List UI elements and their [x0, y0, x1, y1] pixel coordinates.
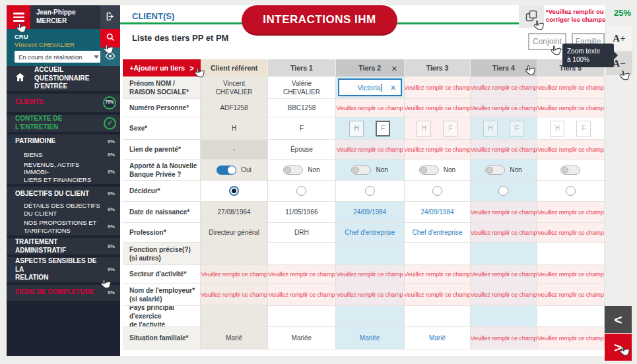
cell-profession-tiers2[interactable]: Chef d'entreprise: [336, 223, 405, 243]
cell-numero-tiers1[interactable]: BBC1258: [268, 99, 335, 117]
column-header-tiers1[interactable]: Tiers 1: [268, 59, 335, 76]
sidebar-item-traitement[interactable]: TRAITEMENT ADMINISTRATIF0%: [7, 238, 120, 255]
cell-naissance-tiers2[interactable]: 24/09/1984: [336, 202, 405, 223]
cell-sexe-tiers2[interactable]: HF: [336, 117, 405, 140]
cell-lien-referent[interactable]: -: [201, 140, 268, 160]
cell-decideur-tiers4[interactable]: [471, 181, 537, 202]
cell-employeur-tiers2[interactable]: Veuillez remplir ce champ: [336, 284, 405, 306]
cell-prenom-tiers1[interactable]: Valérie CHEVALIER: [268, 76, 335, 99]
cell-apporte-tiers3[interactable]: Non: [405, 160, 471, 181]
cell-employeur-tiers4[interactable]: Veuillez remplir ce champ: [471, 284, 537, 306]
duplicate-button[interactable]: [519, 5, 544, 28]
sidebar-item-accueil[interactable]: ACCUEIL QUESTIONNAIRE D'ENTRÉE: [7, 66, 120, 91]
next-page-button[interactable]: >: [605, 334, 632, 361]
cell-profession-referent[interactable]: Directeur général: [201, 223, 268, 243]
menu-button[interactable]: [7, 5, 30, 29]
cell-naissance-tiers5[interactable]: Veuillez remplir ce champ: [537, 202, 605, 223]
sex-option-h-tiers5[interactable]: H: [550, 121, 564, 136]
cell-prenom-referent[interactable]: Vincent CHEVALIER: [201, 76, 268, 99]
previous-page-button[interactable]: <: [605, 306, 632, 333]
cell-situation-tiers2[interactable]: Mariée: [336, 327, 405, 349]
cell-prenom-tiers2[interactable]: Victoria×: [336, 76, 405, 99]
cell-sexe-referent[interactable]: H: [201, 117, 268, 140]
sidebar-item-fiche[interactable]: FICHE DE COMPLÉTUDE0%: [7, 285, 120, 301]
name-input-tiers2[interactable]: Victoria×: [338, 78, 402, 96]
cell-numero-tiers2[interactable]: Veuillez remplir ce champ: [336, 99, 405, 117]
cell-lien-tiers2[interactable]: Veuillez remplir ce champ: [336, 140, 405, 160]
cell-situation-tiers3[interactable]: Marié: [405, 327, 471, 349]
sidebar-item-aspects[interactable]: ASPECTS SENSIBLES DE LA RELATION0%: [7, 257, 120, 282]
sex-option-h-tiers4[interactable]: H: [483, 121, 498, 136]
cell-profession-tiers5[interactable]: Veuillez remplir ce champ: [537, 223, 605, 243]
cell-sexe-tiers5[interactable]: HF: [537, 117, 605, 140]
cell-apporte-tiers1[interactable]: Non: [268, 160, 335, 181]
column-header-referent[interactable]: Client référent: [201, 59, 268, 76]
sidebar-item-clients[interactable]: CLIENTS79%: [7, 94, 120, 112]
cell-numero-tiers4[interactable]: Veuillez remplir ce champ: [471, 99, 537, 117]
cell-apporte-referent[interactable]: Oui: [201, 160, 268, 181]
cell-prenom-tiers4[interactable]: Veuillez remplir ce champ: [471, 76, 537, 99]
toggle-apporte-tiers1[interactable]: [283, 166, 303, 175]
cell-profession-tiers3[interactable]: Chef d'entreprise: [405, 223, 471, 243]
conjoint-button[interactable]: Conjoint: [528, 33, 566, 50]
sidebar-item-contexte[interactable]: CONTEXTE DE L'ENTRETIEN✓: [7, 115, 120, 132]
sex-option-f-tiers3[interactable]: F: [443, 121, 457, 136]
cell-situation-tiers5[interactable]: Veuillez remplir ce champ: [537, 327, 605, 349]
toggle-apporte-referent[interactable]: [217, 166, 236, 175]
cell-profession-tiers4[interactable]: Veuillez remplir ce champ: [471, 223, 537, 243]
column-header-tiers3[interactable]: Tiers 3: [405, 59, 471, 76]
sidebar-item-biens[interactable]: BIENS0%: [7, 149, 120, 161]
cell-employeur-tiers3[interactable]: Veuillez remplir ce champ: [405, 284, 471, 306]
clear-input-icon[interactable]: ×: [391, 83, 396, 92]
cell-sexe-tiers1[interactable]: F: [268, 117, 335, 140]
cell-secteur-tiers2[interactable]: Veuillez remplir ce champ: [336, 265, 405, 284]
sex-option-f-tiers4[interactable]: F: [510, 121, 524, 136]
cell-lien-tiers5[interactable]: Veuillez remplir ce champ: [537, 140, 605, 160]
column-header-tiers4[interactable]: Tiers 4: [471, 59, 537, 76]
cell-numero-referent[interactable]: ADF1258: [201, 99, 268, 117]
radio-decideur-referent[interactable]: [229, 186, 239, 196]
cell-decideur-tiers1[interactable]: [268, 181, 335, 202]
cell-prenom-tiers5[interactable]: Veuillez remplir ce champ: [537, 76, 605, 99]
sex-option-f-tiers5[interactable]: F: [576, 121, 591, 136]
cell-naissance-referent[interactable]: 27/08/1964: [201, 202, 268, 223]
sex-option-f-tiers2[interactable]: F: [376, 121, 390, 136]
radio-decideur-tiers2[interactable]: [365, 186, 375, 196]
cell-decideur-tiers5[interactable]: [537, 181, 605, 202]
cell-apporte-tiers5[interactable]: [537, 160, 605, 181]
cell-sexe-tiers3[interactable]: HF: [405, 117, 471, 140]
cell-employeur-tiers1[interactable]: Veuillez remplir ce champ: [268, 284, 335, 306]
cell-secteur-tiers5[interactable]: Veuillez remplir ce champ: [537, 265, 605, 284]
sex-option-h-tiers2[interactable]: H: [349, 121, 364, 136]
status-select[interactable]: En cours de réalisation: [15, 51, 103, 63]
close-tab-icon[interactable]: ×: [391, 63, 397, 73]
sidebar-item-patrimoine[interactable]: PATRIMOINE0%: [7, 135, 120, 149]
sidebar-item-revenus[interactable]: REVENUS, ACTIFS IMMOBI- LIERS ET FINANCI…: [7, 161, 120, 185]
cell-sexe-tiers4[interactable]: HF: [471, 117, 537, 140]
cell-prenom-tiers3[interactable]: Veuillez remplir ce champ: [405, 76, 471, 99]
cell-naissance-tiers3[interactable]: 24/09/1984: [405, 202, 471, 223]
visibility-button[interactable]: [100, 47, 120, 66]
add-tiers-button[interactable]: +Ajouter un tiers>: [123, 59, 201, 76]
cell-decideur-tiers2[interactable]: [336, 181, 405, 202]
column-header-tiers2[interactable]: Tiers 2×: [336, 59, 405, 76]
radio-decideur-tiers4[interactable]: [498, 186, 508, 196]
cell-situation-tiers1[interactable]: Mariée: [268, 327, 335, 349]
radio-decideur-tiers1[interactable]: [296, 186, 306, 196]
cell-lien-tiers4[interactable]: Veuillez remplir ce champ: [471, 140, 537, 160]
toggle-apporte-tiers5[interactable]: [560, 166, 580, 175]
cell-apporte-tiers4[interactable]: Non: [471, 160, 537, 181]
cell-apporte-tiers2[interactable]: Non: [336, 160, 405, 181]
cell-secteur-referent[interactable]: Veuillez remplir ce champ: [201, 265, 268, 284]
sidebar-item-propositions[interactable]: NOS PROPOSITIONS ET TARIFICATIONS0%: [7, 218, 120, 235]
search-button[interactable]: [100, 29, 120, 47]
toggle-apporte-tiers3[interactable]: [419, 166, 439, 175]
cell-numero-tiers5[interactable]: Veuillez remplir ce champ: [537, 99, 605, 117]
toggle-apporte-tiers4[interactable]: [485, 166, 505, 175]
cell-naissance-tiers4[interactable]: Veuillez remplir ce champ: [471, 202, 537, 223]
cell-secteur-tiers1[interactable]: Veuillez remplir ce champ: [268, 265, 335, 284]
cell-profession-tiers1[interactable]: DRH: [268, 223, 335, 243]
cell-secteur-tiers3[interactable]: Veuillez remplir ce champ: [405, 265, 471, 284]
cell-decideur-tiers3[interactable]: [405, 181, 471, 202]
cell-lien-tiers1[interactable]: Épouse: [268, 140, 335, 160]
